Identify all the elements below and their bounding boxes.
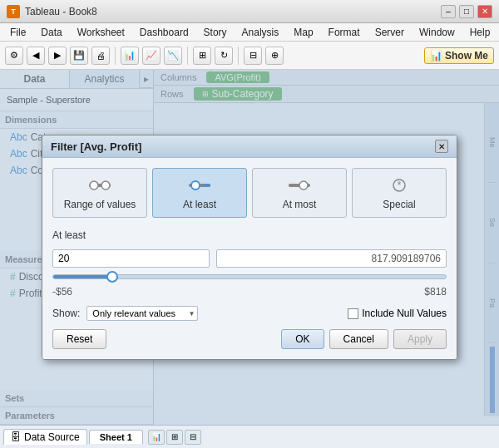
slider-track xyxy=(52,274,447,279)
toolbar-icon-1[interactable]: ⚙ xyxy=(5,47,23,65)
footer-row: Show: Only relevant values All values in… xyxy=(52,306,447,321)
modal-overlay: Filter [Avg. Profit] ✕ xyxy=(0,70,499,425)
toolbar: ⚙ ◀ ▶ 💾 🖨 📊 📈 📉 ⊞ ↻ ⊟ ⊕ 📊 Show Me xyxy=(0,42,499,70)
main-area: Data Analytics ▸ Sample - Superstore Dim… xyxy=(0,70,499,425)
filter-tab-range[interactable]: Range of values xyxy=(52,168,147,218)
bottom-bar: 🗄 Data Source Sheet 1 📊 ⊞ ⊟ xyxy=(0,425,499,448)
show-me-button[interactable]: 📊 Show Me xyxy=(424,47,494,64)
menu-help[interactable]: Help xyxy=(463,25,497,40)
null-checkbox[interactable] xyxy=(348,308,358,319)
maximize-button[interactable]: □ xyxy=(459,5,474,18)
toolbar-action1[interactable]: ⊞ xyxy=(193,47,211,65)
svg-point-4 xyxy=(191,181,200,190)
filter-modal: Filter [Avg. Profit] ✕ xyxy=(42,135,457,360)
filter-tab-atmost[interactable]: At most xyxy=(252,168,347,218)
toolbar-save[interactable]: 💾 xyxy=(70,47,88,65)
menu-dashboard[interactable]: Dashboard xyxy=(133,25,195,40)
data-source-tab-label: Data Source xyxy=(24,431,80,443)
menu-story[interactable]: Story xyxy=(197,25,234,40)
min-value-input[interactable] xyxy=(52,249,210,268)
apply-button[interactable]: Apply xyxy=(393,329,447,349)
ok-button[interactable]: OK xyxy=(281,329,324,349)
btn-row: Reset OK Cancel Apply xyxy=(52,329,447,349)
toolbar-chart3[interactable]: 📉 xyxy=(164,47,182,65)
show-row: Show: Only relevant values All values in… xyxy=(52,306,198,321)
show-select[interactable]: Only relevant values All values in datab… xyxy=(86,306,198,321)
modal-body: Range of values At least xyxy=(42,158,457,359)
menu-window[interactable]: Window xyxy=(413,25,462,40)
svg-text:*: * xyxy=(398,180,402,191)
svg-rect-5 xyxy=(204,184,210,187)
close-button[interactable]: ✕ xyxy=(477,5,492,18)
slider-thumb[interactable] xyxy=(106,271,118,283)
svg-point-2 xyxy=(101,181,110,190)
range-tab-label: Range of values xyxy=(64,199,136,210)
separator-2 xyxy=(187,47,188,65)
forward-button[interactable]: ▶ xyxy=(48,47,67,65)
toolbar-print[interactable]: 🖨 xyxy=(91,47,110,65)
menu-bar: File Data Worksheet Dashboard Story Anal… xyxy=(0,23,499,42)
duplicate-sheet-button[interactable]: ⊞ xyxy=(166,430,183,445)
menu-server[interactable]: Server xyxy=(368,25,411,40)
back-button[interactable]: ◀ xyxy=(27,47,45,65)
btn-right-group: OK Cancel Apply xyxy=(281,329,447,349)
null-label: Include Null Values xyxy=(362,308,447,319)
title-bar: T Tableau - Book8 – □ ✕ xyxy=(0,0,499,23)
separator-3 xyxy=(238,47,239,65)
range-icon xyxy=(86,175,113,195)
modal-titlebar: Filter [Avg. Profit] ✕ xyxy=(42,135,457,158)
toolbar-chart1[interactable]: 📊 xyxy=(121,47,139,65)
menu-worksheet[interactable]: Worksheet xyxy=(71,25,131,40)
null-row: Include Null Values xyxy=(348,308,447,319)
slider-container xyxy=(52,274,447,279)
range-labels: -$56 $818 xyxy=(52,286,447,298)
menu-file[interactable]: File xyxy=(3,25,32,40)
slider-max-label: $818 xyxy=(424,286,447,298)
modal-close-button[interactable]: ✕ xyxy=(435,140,448,153)
toolbar-refresh[interactable]: ↻ xyxy=(215,47,233,65)
data-source-tab[interactable]: 🗄 Data Source xyxy=(3,429,87,445)
separator-1 xyxy=(115,47,116,65)
atmost-tab-label: At most xyxy=(283,199,317,210)
slider-fill xyxy=(53,275,112,278)
filter-tabs: Range of values At least xyxy=(52,168,447,218)
sheet-controls: 📊 ⊞ ⊟ xyxy=(148,430,201,445)
slider-min-label: -$56 xyxy=(52,286,72,298)
sheet-1-tab[interactable]: Sheet 1 xyxy=(89,430,143,444)
menu-data[interactable]: Data xyxy=(34,25,68,40)
svg-rect-7 xyxy=(289,184,295,187)
toolbar-group[interactable]: ⊕ xyxy=(265,47,284,65)
menu-map[interactable]: Map xyxy=(287,25,319,40)
max-value-input[interactable] xyxy=(216,249,447,268)
atleast-tab-label: At least xyxy=(183,199,216,210)
section-label: At least xyxy=(52,229,447,241)
window-title: Tableau - Book8 xyxy=(25,6,97,17)
show-me-label: Show Me xyxy=(445,50,488,62)
cylinder-icon: 🗄 xyxy=(11,431,21,443)
menu-format[interactable]: Format xyxy=(322,25,367,40)
special-icon: * xyxy=(386,175,413,195)
value-row xyxy=(52,249,447,268)
title-bar-controls[interactable]: – □ ✕ xyxy=(441,5,492,18)
minimize-button[interactable]: – xyxy=(441,5,456,18)
svg-point-8 xyxy=(299,181,308,190)
toolbar-filter[interactable]: ⊟ xyxy=(244,47,262,65)
show-select-wrapper: Only relevant values All values in datab… xyxy=(86,306,198,321)
menu-analysis[interactable]: Analysis xyxy=(235,25,286,40)
filter-tab-atleast[interactable]: At least xyxy=(152,168,247,218)
new-dashboard-button[interactable]: ⊟ xyxy=(185,430,201,445)
reset-button[interactable]: Reset xyxy=(52,329,106,349)
atleast-icon xyxy=(186,175,213,195)
title-bar-left: T Tableau - Book8 xyxy=(7,5,97,18)
tableau-icon: T xyxy=(7,5,20,18)
toolbar-chart2[interactable]: 📈 xyxy=(142,47,161,65)
cancel-button[interactable]: Cancel xyxy=(329,329,388,349)
show-label: Show: xyxy=(52,308,80,319)
atmost-icon xyxy=(286,175,313,195)
new-sheet-button[interactable]: 📊 xyxy=(148,430,165,445)
svg-point-1 xyxy=(90,181,98,190)
chart-icon: 📊 xyxy=(430,50,442,62)
modal-title: Filter [Avg. Profit] xyxy=(51,140,141,153)
filter-tab-special[interactable]: * Special xyxy=(352,168,447,218)
special-tab-label: Special xyxy=(383,199,415,210)
